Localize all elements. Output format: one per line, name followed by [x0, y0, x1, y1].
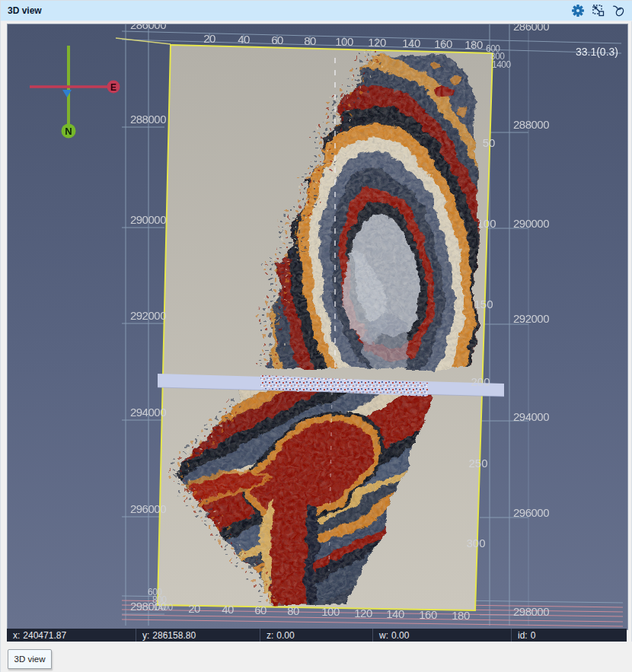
svg-text:80: 80: [304, 34, 316, 47]
status-w: w:0.00: [372, 629, 511, 642]
svg-text:160: 160: [434, 37, 452, 50]
tab-label: 3D view: [14, 654, 46, 664]
settings-gear-icon[interactable]: [571, 4, 585, 18]
svg-text:1400: 1400: [492, 59, 512, 70]
mouse-tool-icon[interactable]: [612, 4, 626, 18]
svg-text:292000: 292000: [130, 309, 166, 322]
svg-text:290000: 290000: [130, 213, 166, 226]
svg-text:300: 300: [466, 537, 485, 549]
svg-text:288000: 288000: [130, 113, 166, 126]
compass-east-label: E: [110, 82, 117, 93]
svg-text:286000: 286000: [130, 24, 166, 31]
svg-text:40: 40: [222, 603, 234, 616]
svg-text:100: 100: [335, 35, 353, 48]
status-bar: x:240471.87 y:286158.80 z:0.00 w:0.00 id…: [7, 629, 627, 642]
svg-text:120: 120: [354, 607, 372, 619]
svg-text:40: 40: [238, 33, 250, 46]
tab-bar: 3D view: [1, 642, 632, 672]
svg-text:288000: 288000: [513, 118, 549, 131]
svg-text:140: 140: [402, 37, 420, 49]
panel-title: 3D view: [1, 5, 42, 16]
svg-text:294000: 294000: [513, 410, 549, 423]
svg-text:160: 160: [419, 608, 437, 621]
svg-text:80: 80: [287, 604, 299, 617]
svg-text:180: 180: [452, 609, 470, 622]
svg-text:60: 60: [254, 604, 267, 616]
svg-text:200: 200: [471, 375, 490, 388]
app-window: 3D view: [0, 0, 632, 672]
status-x: x:240471.87: [7, 629, 136, 642]
svg-text:50: 50: [483, 136, 496, 149]
svg-text:60: 60: [271, 33, 283, 46]
status-y: y:286158.80: [136, 629, 260, 642]
svg-text:298000: 298000: [513, 605, 549, 618]
tab-3d-view[interactable]: 3D view: [8, 649, 52, 669]
svg-text:294000: 294000: [130, 406, 166, 419]
capture-view-icon[interactable]: [592, 4, 605, 18]
svg-text:290000: 290000: [513, 217, 549, 230]
compass-north-label: N: [65, 126, 72, 137]
svg-text:20: 20: [203, 32, 215, 45]
status-z: z:0.00: [260, 629, 372, 642]
svg-text:1400: 1400: [154, 602, 174, 613]
svg-text:292000: 292000: [513, 312, 549, 325]
svg-text:150: 150: [474, 298, 493, 311]
svg-text:286000: 286000: [513, 24, 549, 33]
svg-text:140: 140: [386, 607, 404, 620]
svg-text:100: 100: [477, 217, 496, 230]
svg-text:296000: 296000: [513, 506, 549, 519]
status-id: id:0: [511, 629, 627, 642]
svg-text:180: 180: [464, 38, 483, 51]
svg-text:20: 20: [188, 602, 200, 615]
viewport-3d[interactable]: 20 40 60 80 100 120 140 160 180 20 40 60…: [7, 24, 628, 630]
svg-text:120: 120: [368, 36, 386, 49]
panel-titlebar: 3D view: [1, 1, 632, 21]
3d-scene[interactable]: 20 40 60 80 100 120 140 160 180 20 40 60…: [8, 24, 627, 629]
svg-text:250: 250: [468, 457, 487, 470]
svg-text:296000: 296000: [130, 502, 166, 515]
scene-annotation: 33.1(0.3): [576, 46, 618, 58]
svg-text:100: 100: [321, 605, 340, 618]
